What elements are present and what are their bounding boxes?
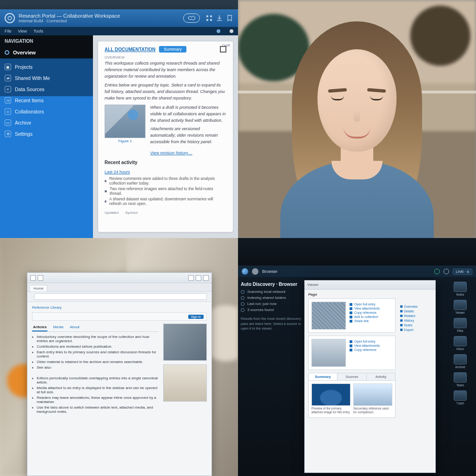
svg-rect-1 xyxy=(206,15,208,17)
sidebar-item-archive[interactable]: ▭Archive xyxy=(0,117,93,128)
window-button-icon[interactable] xyxy=(196,275,201,281)
desktop-shortcut[interactable]: Inbox xyxy=(447,336,473,350)
grid-icon[interactable] xyxy=(205,14,213,22)
viewer-tab-label[interactable]: Viewer xyxy=(307,283,318,287)
filter-link[interactable]: Last 24 hours xyxy=(105,170,130,174)
sidebar-item-recent[interactable]: ◷Recent Items xyxy=(0,95,93,106)
shortcut-icon xyxy=(454,336,467,346)
sync-badge-icon[interactable] xyxy=(183,13,200,23)
card-link[interactable]: Open full entry xyxy=(350,340,380,343)
activity-item[interactable]: A shared dataset was updated; downstream… xyxy=(105,197,226,206)
tab-media[interactable]: Media xyxy=(52,324,64,331)
window-button-icon[interactable] xyxy=(38,275,43,281)
sidebar-item-shared[interactable]: ⇄Shared With Me xyxy=(0,73,93,84)
download-icon[interactable] xyxy=(216,14,223,22)
card-link[interactable]: Copy reference xyxy=(350,348,380,351)
thumbnail-caption: Figure 1 xyxy=(105,139,145,143)
tile[interactable]: Secondary reference used for comparison. xyxy=(353,383,392,415)
card-link[interactable]: Add to collection xyxy=(350,315,380,318)
desktop-shortcut[interactable]: Viewer xyxy=(447,300,473,314)
menu-tools[interactable]: Tools xyxy=(33,29,43,33)
viewer-window: Viewer Page Overview Details Related His… xyxy=(304,280,436,473)
titlebar: Research Portal — Collaborative Workspac… xyxy=(0,9,238,27)
sidebar-item-projects[interactable]: ▣Projects xyxy=(0,61,93,73)
browser-tab[interactable]: Home xyxy=(29,285,47,291)
window-button-icon[interactable] xyxy=(203,275,209,281)
card-image[interactable] xyxy=(311,339,346,367)
side-link[interactable]: Related xyxy=(400,314,434,317)
tile-caption: Preview of the primary attached image fo… xyxy=(311,407,350,415)
side-link[interactable]: Overview xyxy=(400,305,434,308)
url-input[interactable] xyxy=(34,293,207,300)
gear-icon[interactable] xyxy=(443,269,449,274)
window-button-icon[interactable] xyxy=(188,275,194,281)
sidebar: NAVIGATION Overview ▣Projects ⇄Shared Wi… xyxy=(0,35,93,238)
bookmark-icon[interactable] xyxy=(226,14,233,22)
sidebar-item-data[interactable]: ≡Data Sources xyxy=(0,84,93,95)
thumbnail-image[interactable] xyxy=(105,105,145,138)
activity-item[interactable]: Review comments were added to three draf… xyxy=(105,176,226,185)
desktop-shortcut[interactable]: Trash xyxy=(447,390,473,405)
side-link[interactable]: Details xyxy=(400,310,434,313)
url-bar-row xyxy=(27,291,212,302)
sidebar-item-collab[interactable]: ☺Collaborators xyxy=(0,106,93,117)
lifestyle-photo xyxy=(238,0,476,238)
doc-breadcrumb-link[interactable]: ALL DOCUMENTATION xyxy=(105,47,155,52)
square-icon xyxy=(400,310,403,312)
panel-title: Auto Discovery · Browser xyxy=(241,282,301,287)
svg-rect-2 xyxy=(210,15,212,17)
side-link[interactable]: History xyxy=(400,319,434,322)
desktop-shortcut[interactable]: Tasks xyxy=(447,372,473,387)
menu-view[interactable]: View xyxy=(18,29,27,33)
menu-file[interactable]: File xyxy=(5,29,12,33)
panel-row[interactable]: Indexing shared folders xyxy=(241,296,301,300)
list-item: Older material is retained in the archiv… xyxy=(32,360,159,364)
status-dot-icon xyxy=(217,29,220,33)
signin-chip[interactable]: Sign in xyxy=(188,315,204,319)
panel-row[interactable]: Scanning local network xyxy=(241,290,301,294)
card-link[interactable]: View attachments xyxy=(350,307,380,310)
card-link[interactable]: Copy reference xyxy=(350,311,380,314)
sidebar-image[interactable] xyxy=(163,364,207,402)
status-indicator-icon xyxy=(434,269,440,274)
tab-activity[interactable]: Activity xyxy=(367,373,395,380)
browser-window: Home Reference Library Sign in Articles xyxy=(27,272,212,476)
tab-about[interactable]: About xyxy=(69,324,80,331)
svg-rect-4 xyxy=(210,19,212,21)
tab-summary[interactable]: Summary xyxy=(309,373,337,380)
side-link[interactable]: Notes xyxy=(400,324,434,327)
card-link[interactable]: Share link xyxy=(350,319,380,323)
list-item: See also xyxy=(32,365,159,370)
doc-status-label: Draft xyxy=(222,43,230,47)
sidebar-item-settings[interactable]: ⚙Settings xyxy=(0,128,93,139)
gear-icon: ⚙ xyxy=(5,131,11,137)
sidebar-image[interactable] xyxy=(163,324,207,361)
tab-articles[interactable]: Articles xyxy=(32,324,47,331)
desktop-shortcut[interactable]: Notes xyxy=(447,282,473,296)
activity-item[interactable]: Two new reference images were attached t… xyxy=(105,186,226,196)
sidebar-item-selected[interactable]: Overview xyxy=(0,46,93,59)
window-button-icon[interactable] xyxy=(30,275,36,281)
doc-active-tab[interactable]: Summary xyxy=(159,46,186,53)
start-orb-icon[interactable] xyxy=(242,268,248,275)
card-image[interactable] xyxy=(311,302,346,330)
page-breadcrumb[interactable]: Reference Library xyxy=(32,305,207,310)
taskbar-app-icon[interactable] xyxy=(252,268,258,275)
entry-card: Open full entry View attachments Copy re… xyxy=(308,298,396,333)
radio-icon xyxy=(5,50,9,55)
browser-tabs: Home xyxy=(27,283,212,291)
tab-sources[interactable]: Sources xyxy=(337,373,366,380)
status-dot-icon xyxy=(230,29,233,33)
dot-icon xyxy=(241,296,245,300)
card-link[interactable]: View attachments xyxy=(350,344,380,347)
history-link[interactable]: View revision history… xyxy=(150,151,192,155)
tile-image xyxy=(353,383,392,406)
side-link[interactable]: Export xyxy=(400,328,434,331)
desktop-shortcut[interactable]: Files xyxy=(447,318,473,332)
bullet-icon xyxy=(105,200,106,203)
desktop-shortcut[interactable]: Archive xyxy=(447,354,473,369)
tile[interactable]: Preview of the primary attached image fo… xyxy=(311,383,350,415)
taskbar: Browser LIVE · 0 xyxy=(238,266,476,277)
panel-row: Last run: just now xyxy=(241,302,301,306)
card-link[interactable]: Open full entry xyxy=(350,303,380,306)
